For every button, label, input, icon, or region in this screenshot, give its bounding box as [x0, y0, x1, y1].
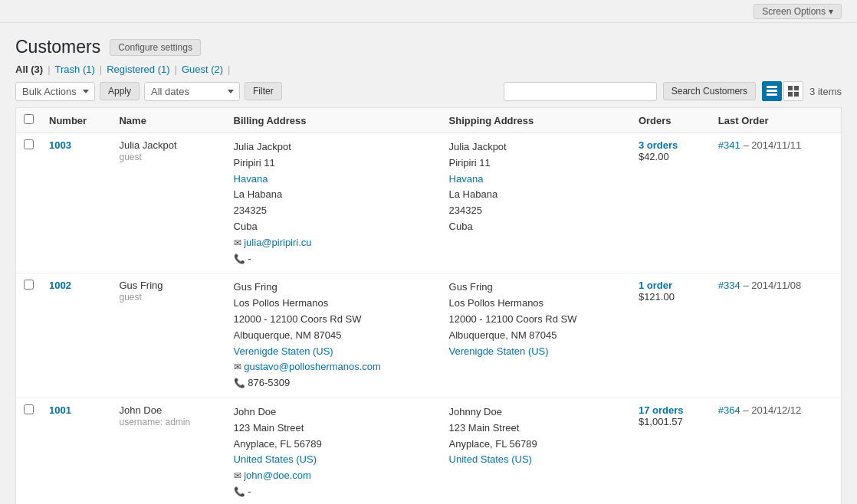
- row-checkbox[interactable]: [24, 404, 34, 414]
- customer-number-link[interactable]: 1002: [49, 280, 103, 291]
- customer-number-cell: 1002: [41, 273, 111, 398]
- orders-cell: 1 order $121.00: [631, 273, 711, 398]
- table-row: 1001 John Doe username: admin John Doe 1…: [16, 398, 842, 504]
- billing-phone: 876-5309: [248, 377, 290, 388]
- customer-name: Julia Jackpot: [119, 139, 176, 151]
- svg-rect-5: [788, 92, 793, 97]
- customers-table: Number Name Billing Address Shipping Add…: [15, 107, 842, 504]
- filter-links: All (3) | Trash (1) | Registered (1) | G…: [15, 64, 842, 75]
- number-col-header: Number: [41, 108, 111, 133]
- dates-select[interactable]: All dates November 2014 December 2014: [144, 82, 240, 101]
- shipping-address: Gus Fring Los Pollos Hermanos 12000 - 12…: [449, 280, 623, 359]
- filter-all-link[interactable]: All (3): [15, 64, 43, 75]
- last-order-link[interactable]: #334: [718, 280, 740, 291]
- svg-rect-3: [788, 86, 793, 90]
- svg-rect-6: [794, 92, 799, 97]
- billing-address-cell: Julia Jackpot Piripiri 11 Havana La Haba…: [226, 133, 442, 273]
- bulk-actions-select[interactable]: Bulk Actions: [15, 82, 95, 101]
- shipping-address-cell: Gus Fring Los Pollos Hermanos 12000 - 12…: [442, 273, 631, 398]
- screen-options-label: Screen Options: [762, 6, 826, 17]
- list-view-button[interactable]: [762, 81, 782, 101]
- customer-name: Gus Fring: [119, 280, 163, 291]
- shipping-address: Johnny Doe 123 Main Street Anyplace, FL …: [449, 404, 623, 468]
- row-checkbox[interactable]: [24, 280, 34, 290]
- page-title: Customers: [15, 37, 100, 57]
- screen-options-button[interactable]: Screen Options ▾: [754, 4, 842, 19]
- billing-address-cell: Gus Fring Los Pollos Hermanos 12000 - 12…: [226, 273, 442, 398]
- orders-amount: $121.00: [639, 291, 675, 303]
- billing-address: Julia Jackpot Piripiri 11 Havana La Haba…: [234, 139, 434, 267]
- orders-cell: 3 orders $42.00: [631, 133, 711, 273]
- orders-link[interactable]: 17 orders: [639, 404, 703, 416]
- last-order-col-header: Last Order: [711, 108, 842, 133]
- orders-amount: $42.00: [639, 151, 669, 162]
- shipping-col-header: Shipping Address: [442, 108, 631, 133]
- customer-type: username: admin: [119, 417, 190, 427]
- filter-registered-link[interactable]: Registered (1): [107, 64, 169, 75]
- orders-cell: 17 orders $1,001.57: [631, 398, 711, 504]
- last-order-cell: #341 – 2014/11/11: [711, 133, 842, 273]
- shipping-address-cell: Julia Jackpot Piripiri 11 Havana La Haba…: [442, 133, 631, 273]
- shipping-address: Julia Jackpot Piripiri 11 Havana La Haba…: [449, 139, 623, 235]
- configure-settings-button[interactable]: Configure settings: [110, 39, 201, 56]
- customer-number-link[interactable]: 1001: [49, 404, 103, 416]
- billing-address-cell: John Doe 123 Main Street Anyplace, FL 56…: [226, 398, 442, 504]
- customer-name: John Doe: [119, 404, 162, 416]
- row-checkbox-cell: [16, 398, 42, 504]
- billing-email-link[interactable]: gustavo@polloshermanos.com: [244, 361, 381, 372]
- billing-address: Gus Fring Los Pollos Hermanos 12000 - 12…: [234, 280, 434, 391]
- last-order-link[interactable]: #341: [718, 139, 740, 151]
- orders-link[interactable]: 3 orders: [639, 139, 703, 151]
- orders-amount: $1,001.57: [639, 416, 683, 427]
- orders-col-header: Orders: [631, 108, 711, 133]
- grid-view-button[interactable]: [783, 81, 803, 101]
- select-all-col: [16, 108, 42, 133]
- billing-phone: -: [248, 253, 251, 264]
- filter-guest-link[interactable]: Guest (2): [182, 64, 223, 75]
- items-count: 3 items: [809, 86, 842, 97]
- svg-rect-1: [767, 90, 777, 92]
- row-checkbox-cell: [16, 133, 42, 273]
- search-customers-button[interactable]: Search Customers: [663, 82, 756, 100]
- row-checkbox[interactable]: [24, 139, 34, 149]
- name-col-header: Name: [111, 108, 225, 133]
- customer-type: guest: [119, 152, 141, 162]
- last-order-link[interactable]: #364: [718, 404, 740, 416]
- svg-rect-4: [794, 86, 799, 90]
- last-order-cell: #334 – 2014/11/08: [711, 273, 842, 398]
- last-order-cell: #364 – 2014/12/12: [711, 398, 842, 504]
- customer-number-cell: 1001: [41, 398, 111, 504]
- customer-number-cell: 1003: [41, 133, 111, 273]
- filter-trash-link[interactable]: Trash (1): [55, 64, 95, 75]
- customer-name-cell: Gus Fring guest: [111, 273, 225, 398]
- screen-options-arrow-icon: ▾: [829, 6, 833, 17]
- search-input[interactable]: [504, 82, 657, 101]
- billing-address: John Doe 123 Main Street Anyplace, FL 56…: [234, 404, 434, 500]
- billing-email-link[interactable]: john@doe.com: [244, 470, 311, 481]
- apply-button[interactable]: Apply: [100, 82, 140, 100]
- shipping-address-cell: Johnny Doe 123 Main Street Anyplace, FL …: [442, 398, 631, 504]
- row-checkbox-cell: [16, 273, 42, 398]
- table-row: 1003 Julia Jackpot guest Julia Jackpot P…: [16, 133, 842, 273]
- customer-name-cell: John Doe username: admin: [111, 398, 225, 504]
- select-all-checkbox[interactable]: [24, 114, 34, 124]
- billing-email-link[interactable]: julia@piripiri.cu: [244, 237, 311, 248]
- orders-link[interactable]: 1 order: [639, 280, 703, 291]
- customer-number-link[interactable]: 1003: [49, 139, 103, 151]
- table-row: 1002 Gus Fring guest Gus Fring Los Pollo…: [16, 273, 842, 398]
- customer-type: guest: [119, 292, 141, 303]
- customer-name-cell: Julia Jackpot guest: [111, 133, 225, 273]
- filter-button[interactable]: Filter: [245, 82, 282, 100]
- svg-rect-2: [767, 93, 777, 96]
- billing-phone: -: [248, 486, 251, 497]
- billing-col-header: Billing Address: [226, 108, 442, 133]
- svg-rect-0: [767, 86, 777, 88]
